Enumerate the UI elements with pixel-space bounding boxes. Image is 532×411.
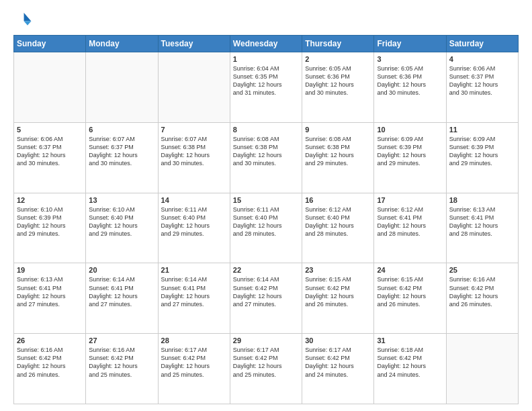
day-number: 21 <box>161 266 227 274</box>
day-info: Sunrise: 6:10 AM Sunset: 6:39 PM Dayligh… <box>17 205 83 238</box>
weekday-header-sunday: Sunday <box>14 36 86 52</box>
day-info: Sunrise: 6:14 AM Sunset: 6:41 PM Dayligh… <box>89 275 154 308</box>
week-row-2: 5Sunrise: 6:06 AM Sunset: 6:37 PM Daylig… <box>14 122 519 193</box>
day-number: 13 <box>89 196 154 204</box>
day-number: 26 <box>17 336 83 345</box>
day-cell: 20Sunrise: 6:14 AM Sunset: 6:41 PM Dayli… <box>86 263 158 334</box>
day-info: Sunrise: 6:15 AM Sunset: 6:42 PM Dayligh… <box>377 275 443 308</box>
day-info: Sunrise: 6:18 AM Sunset: 6:42 PM Dayligh… <box>377 346 443 379</box>
day-cell: 13Sunrise: 6:10 AM Sunset: 6:40 PM Dayli… <box>86 193 158 263</box>
day-cell: 2Sunrise: 6:05 AM Sunset: 6:36 PM Daylig… <box>302 52 374 123</box>
day-number: 15 <box>233 196 299 204</box>
weekday-header-monday: Monday <box>86 36 158 52</box>
day-cell: 11Sunrise: 6:09 AM Sunset: 6:39 PM Dayli… <box>446 122 518 193</box>
day-number: 22 <box>233 266 299 274</box>
day-info: Sunrise: 6:04 AM Sunset: 6:35 PM Dayligh… <box>233 64 299 97</box>
svg-marker-0 <box>24 13 32 21</box>
day-number: 27 <box>89 336 154 345</box>
day-cell: 18Sunrise: 6:13 AM Sunset: 6:41 PM Dayli… <box>446 193 518 263</box>
day-cell: 4Sunrise: 6:06 AM Sunset: 6:37 PM Daylig… <box>446 52 518 123</box>
weekday-header-thursday: Thursday <box>302 36 374 52</box>
day-number: 17 <box>377 196 443 204</box>
day-info: Sunrise: 6:14 AM Sunset: 6:41 PM Dayligh… <box>161 275 227 308</box>
day-cell: 28Sunrise: 6:17 AM Sunset: 6:42 PM Dayli… <box>158 334 230 404</box>
day-cell: 19Sunrise: 6:13 AM Sunset: 6:41 PM Dayli… <box>14 263 86 334</box>
day-info: Sunrise: 6:12 AM Sunset: 6:41 PM Dayligh… <box>377 205 443 238</box>
day-cell <box>446 334 518 404</box>
day-info: Sunrise: 6:09 AM Sunset: 6:39 PM Dayligh… <box>377 135 443 168</box>
day-cell: 21Sunrise: 6:14 AM Sunset: 6:41 PM Dayli… <box>158 263 230 334</box>
day-cell <box>14 52 86 123</box>
day-cell: 5Sunrise: 6:06 AM Sunset: 6:37 PM Daylig… <box>14 122 86 193</box>
day-cell: 30Sunrise: 6:17 AM Sunset: 6:42 PM Dayli… <box>302 334 374 404</box>
day-cell: 24Sunrise: 6:15 AM Sunset: 6:42 PM Dayli… <box>374 263 446 334</box>
day-info: Sunrise: 6:08 AM Sunset: 6:38 PM Dayligh… <box>305 135 371 168</box>
day-number: 20 <box>89 266 154 274</box>
svg-marker-1 <box>24 21 32 26</box>
day-info: Sunrise: 6:16 AM Sunset: 6:42 PM Dayligh… <box>17 346 83 379</box>
day-number: 19 <box>17 266 83 274</box>
day-info: Sunrise: 6:09 AM Sunset: 6:39 PM Dayligh… <box>449 135 515 168</box>
day-cell: 17Sunrise: 6:12 AM Sunset: 6:41 PM Dayli… <box>374 193 446 263</box>
weekday-header-tuesday: Tuesday <box>158 36 230 52</box>
day-number: 28 <box>161 336 227 345</box>
day-info: Sunrise: 6:16 AM Sunset: 6:42 PM Dayligh… <box>89 346 154 379</box>
day-number: 25 <box>449 266 515 274</box>
day-number: 18 <box>449 196 515 204</box>
day-info: Sunrise: 6:08 AM Sunset: 6:38 PM Dayligh… <box>233 135 299 168</box>
header <box>13 11 519 30</box>
day-number: 4 <box>449 55 515 63</box>
day-cell: 3Sunrise: 6:05 AM Sunset: 6:36 PM Daylig… <box>374 52 446 123</box>
day-cell: 1Sunrise: 6:04 AM Sunset: 6:35 PM Daylig… <box>230 52 302 123</box>
day-number: 11 <box>449 126 515 134</box>
day-number: 16 <box>305 196 371 204</box>
day-number: 30 <box>305 336 371 345</box>
day-number: 10 <box>377 126 443 134</box>
day-info: Sunrise: 6:07 AM Sunset: 6:37 PM Dayligh… <box>89 135 154 168</box>
day-info: Sunrise: 6:12 AM Sunset: 6:40 PM Dayligh… <box>305 205 371 238</box>
week-row-5: 26Sunrise: 6:16 AM Sunset: 6:42 PM Dayli… <box>14 334 519 404</box>
day-info: Sunrise: 6:13 AM Sunset: 6:41 PM Dayligh… <box>449 205 515 238</box>
day-cell <box>86 52 158 123</box>
day-number: 12 <box>17 196 83 204</box>
day-number: 2 <box>305 55 371 63</box>
page: SundayMondayTuesdayWednesdayThursdayFrid… <box>0 0 532 411</box>
day-number: 9 <box>305 126 371 134</box>
day-info: Sunrise: 6:17 AM Sunset: 6:42 PM Dayligh… <box>305 346 371 379</box>
day-info: Sunrise: 6:17 AM Sunset: 6:42 PM Dayligh… <box>161 346 227 379</box>
day-cell: 14Sunrise: 6:11 AM Sunset: 6:40 PM Dayli… <box>158 193 230 263</box>
day-cell: 27Sunrise: 6:16 AM Sunset: 6:42 PM Dayli… <box>86 334 158 404</box>
day-info: Sunrise: 6:16 AM Sunset: 6:42 PM Dayligh… <box>449 275 515 308</box>
day-info: Sunrise: 6:06 AM Sunset: 6:37 PM Dayligh… <box>449 64 515 97</box>
weekday-header-saturday: Saturday <box>446 36 518 52</box>
day-cell: 8Sunrise: 6:08 AM Sunset: 6:38 PM Daylig… <box>230 122 302 193</box>
weekday-header-row: SundayMondayTuesdayWednesdayThursdayFrid… <box>14 36 519 52</box>
week-row-4: 19Sunrise: 6:13 AM Sunset: 6:41 PM Dayli… <box>14 263 519 334</box>
day-cell: 31Sunrise: 6:18 AM Sunset: 6:42 PM Dayli… <box>374 334 446 404</box>
day-info: Sunrise: 6:05 AM Sunset: 6:36 PM Dayligh… <box>305 64 371 97</box>
day-cell: 25Sunrise: 6:16 AM Sunset: 6:42 PM Dayli… <box>446 263 518 334</box>
day-cell: 10Sunrise: 6:09 AM Sunset: 6:39 PM Dayli… <box>374 122 446 193</box>
day-info: Sunrise: 6:07 AM Sunset: 6:38 PM Dayligh… <box>161 135 227 168</box>
day-number: 14 <box>161 196 227 204</box>
day-cell: 23Sunrise: 6:15 AM Sunset: 6:42 PM Dayli… <box>302 263 374 334</box>
day-info: Sunrise: 6:11 AM Sunset: 6:40 PM Dayligh… <box>161 205 227 238</box>
day-number: 31 <box>377 336 443 345</box>
day-info: Sunrise: 6:06 AM Sunset: 6:37 PM Dayligh… <box>17 135 83 168</box>
day-info: Sunrise: 6:05 AM Sunset: 6:36 PM Dayligh… <box>377 64 443 97</box>
day-info: Sunrise: 6:14 AM Sunset: 6:42 PM Dayligh… <box>233 275 299 308</box>
logo-icon <box>13 11 32 30</box>
day-number: 6 <box>89 126 154 134</box>
day-info: Sunrise: 6:17 AM Sunset: 6:42 PM Dayligh… <box>233 346 299 379</box>
day-cell: 16Sunrise: 6:12 AM Sunset: 6:40 PM Dayli… <box>302 193 374 263</box>
weekday-header-friday: Friday <box>374 36 446 52</box>
weekday-header-wednesday: Wednesday <box>230 36 302 52</box>
day-number: 1 <box>233 55 299 63</box>
day-info: Sunrise: 6:15 AM Sunset: 6:42 PM Dayligh… <box>305 275 371 308</box>
day-info: Sunrise: 6:10 AM Sunset: 6:40 PM Dayligh… <box>89 205 154 238</box>
day-cell: 7Sunrise: 6:07 AM Sunset: 6:38 PM Daylig… <box>158 122 230 193</box>
day-cell: 29Sunrise: 6:17 AM Sunset: 6:42 PM Dayli… <box>230 334 302 404</box>
day-number: 5 <box>17 126 83 134</box>
day-number: 23 <box>305 266 371 274</box>
day-number: 7 <box>161 126 227 134</box>
